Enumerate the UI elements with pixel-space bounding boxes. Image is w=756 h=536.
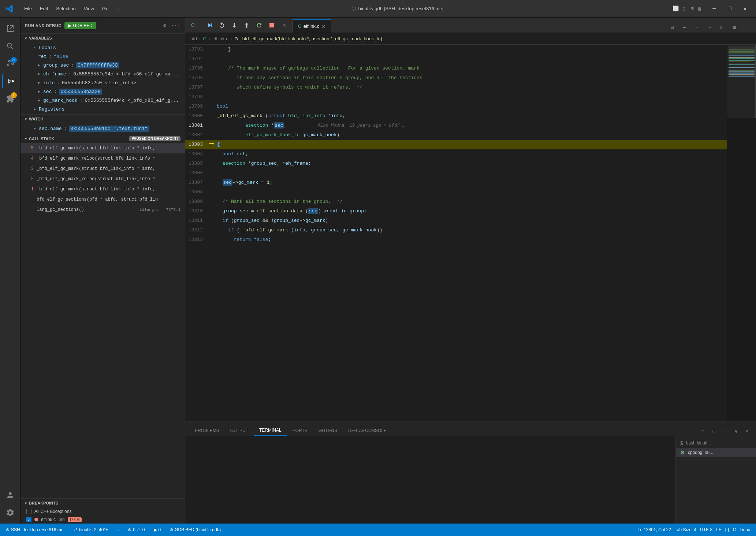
line-content-13804: bool ret; [215, 149, 727, 159]
terminal-main[interactable] [185, 436, 675, 524]
status-gdb[interactable]: ⊗ GDB BFD (binutils-gdb) [168, 527, 222, 532]
status-position[interactable]: Ln 13801, Col 22 [636, 527, 672, 532]
breakpoints-chevron: ▾ [25, 501, 27, 505]
status-branch[interactable]: ⎇ binutils-2_40*+ [71, 527, 109, 532]
stack-frame-3[interactable]: 3 _bfd_elf_gc_mark(struct bfd_link_info … [21, 164, 185, 174]
callstack-chevron: ▾ [25, 137, 27, 141]
terminal-menu-btn[interactable]: ··· [720, 426, 730, 436]
step-over-btn[interactable] [216, 20, 227, 31]
restart-btn[interactable] [254, 20, 265, 31]
stack-frame-lang[interactable]: lang_gc_sections() ldlang.c 7677:1 [21, 205, 185, 215]
breadcrumb-file[interactable]: elflink.c [212, 36, 228, 41]
bp-cpp-exceptions[interactable]: All C++ Exceptions [21, 507, 185, 515]
activity-settings[interactable] [2, 505, 18, 521]
activity-extensions[interactable]: 1 [2, 91, 18, 107]
watch-section: ▾ WATCH ▶ sec.name : 0x5555558b91dc ".te… [21, 115, 185, 134]
menu-selection[interactable]: Selection [52, 4, 79, 13]
continue-btn[interactable] [204, 20, 215, 31]
cpp-exceptions-checkbox[interactable] [26, 509, 31, 514]
step-into-btn[interactable] [229, 20, 240, 31]
nav-fwd-btn[interactable]: → [704, 22, 715, 33]
layout-btn-2[interactable]: ⬚ [682, 4, 688, 13]
tab-gitlens[interactable]: GITLENS [313, 426, 342, 436]
var-ret[interactable]: ret : false [21, 52, 185, 61]
status-encoding[interactable]: UTF-8 [699, 527, 714, 532]
maximize-button[interactable]: □ [723, 2, 736, 15]
code-editor[interactable]: 13793 } 13794 13795 /* The mark phase of… [185, 45, 727, 421]
tab-close-btn[interactable]: ✕ [321, 23, 326, 29]
open-changes-btn[interactable]: ▷ [716, 22, 727, 33]
status-debug[interactable]: ▶ 0 [152, 527, 163, 532]
status-errors[interactable]: ⊗ 0 ⚠ 0 [126, 527, 146, 532]
status-remote[interactable]: ⊗ SSH: desktop.reset816.me [4, 527, 65, 532]
elflink-checkbox[interactable]: ✓ [26, 517, 31, 522]
watch-sec-name[interactable]: ▶ sec.name : 0x5555558b91dc ".text.fun1" [21, 124, 185, 133]
activity-explorer[interactable] [2, 21, 18, 37]
var-eh-frame[interactable]: ▶ eh_frame : 0x5555555fe94c <_bfd_x86_el… [21, 70, 185, 78]
tab-elflink[interactable]: C elflink.c ✕ [293, 19, 331, 33]
status-eol[interactable]: LF [715, 527, 723, 532]
close-debug-btn[interactable]: ✕ [279, 20, 290, 31]
lang-indicator[interactable]: C [188, 20, 198, 31]
breakpoints-header[interactable]: ▾ BREAKPOINTS [21, 499, 185, 507]
var-sec[interactable]: ▶ sec : 0x5555558baa28 [21, 87, 185, 96]
terminal-collapse-btn[interactable]: ∧ [731, 426, 741, 436]
status-sync[interactable]: ↕ [115, 527, 120, 532]
layout-btn-3[interactable]: ⊞ [689, 4, 695, 13]
tab-terminal[interactable]: TERMINAL [254, 425, 287, 436]
locals-group[interactable]: ▾ Locals [21, 43, 185, 52]
terminal-split-btn[interactable]: ⊟ [709, 426, 719, 436]
activity-source-control[interactable]: 71 [2, 56, 18, 72]
add-terminal-btn[interactable]: + [698, 426, 708, 436]
activity-run-debug[interactable] [2, 73, 18, 89]
breadcrumb-symbol[interactable]: ⊙ _bfd_elf_gc_mark(bfd_link_info *, asec… [234, 36, 382, 41]
activity-account[interactable] [2, 487, 18, 503]
nav-back-btn[interactable]: ← [692, 22, 703, 33]
split-editor-btn[interactable]: ⊟ [667, 22, 678, 33]
menu-more[interactable]: ··· [113, 4, 124, 13]
stack-frame-2[interactable]: 2 _bfd_elf_gc_mark_reloc(struct bfd_link… [21, 174, 185, 184]
var-group-sec[interactable]: ▶ group_sec : 0x7ffffffffe30 [21, 61, 185, 70]
status-format[interactable]: { } [723, 527, 730, 532]
editor-menu-btn[interactable]: ⋯ [679, 22, 690, 33]
watch-header[interactable]: ▾ WATCH [21, 115, 185, 123]
registers-group[interactable]: ▶ Registers [21, 105, 185, 113]
tab-problems[interactable]: PROBLEMS [190, 426, 224, 436]
stop-btn[interactable] [266, 20, 277, 31]
stack-frame-5[interactable]: 5 _bfd_elf_gc_mark(struct bfd_link_info … [21, 143, 185, 153]
bp-elflink[interactable]: ✓ elflink.c bfd 13803 [21, 515, 185, 524]
tab-ports[interactable]: PORTS [287, 426, 313, 436]
menu-view[interactable]: View [80, 4, 98, 13]
menu-edit[interactable]: Edit [36, 4, 52, 13]
status-os[interactable]: Linux [738, 527, 752, 532]
var-info[interactable]: ▶ info : 0x55555582c2c0 <link_info> [21, 78, 185, 87]
layout-btn-1[interactable]: ⬜ [671, 4, 680, 13]
close-button[interactable]: ✕ [738, 2, 752, 15]
more-actions-btn[interactable]: ··· [741, 22, 752, 33]
terminal-cppdbg[interactable]: ⚙ cppdbg: ld-... [676, 448, 756, 457]
status-lang[interactable]: C [731, 527, 738, 532]
var-gc-mark-hook[interactable]: ▶ gc_mark_hook : 0x5555555fe94c <_bfd_x8… [21, 96, 185, 105]
debug-more-btn[interactable]: ··· [171, 21, 180, 30]
run-button[interactable]: ▶ GDB BFD [64, 22, 96, 29]
stack-frame-1[interactable]: 1 _bfd_elf_gc_mark(struct bfd_link_info … [21, 184, 185, 194]
status-gdb-text: GDB BFD (binutils-gdb) [175, 527, 221, 532]
minimap-btn[interactable]: ▦ [729, 22, 740, 33]
step-out-btn[interactable] [241, 20, 252, 31]
stack-frame-4[interactable]: 4 _bfd_elf_gc_mark_reloc(struct bfd_link… [21, 153, 185, 164]
activity-search[interactable] [2, 38, 18, 54]
breadcrumb-bfd[interactable]: bfd [190, 36, 197, 41]
terminal-bash[interactable]: $ bash binutl... [676, 438, 756, 448]
stack-frame-gc-sections[interactable]: bfd_elf_gc_sections(bfd * abfd, struct b… [21, 194, 185, 205]
call-stack-header[interactable]: ▾ CALL STACK Paused on breakpoint [21, 134, 185, 143]
menu-go[interactable]: Go [98, 4, 112, 13]
menu-file[interactable]: File [21, 4, 36, 13]
debug-settings-btn[interactable]: ⚙ [160, 21, 170, 30]
minimize-button[interactable]: ─ [708, 2, 721, 15]
variables-header[interactable]: ▾ VARIABLES [21, 34, 185, 42]
terminal-close-btn[interactable]: ✕ [742, 426, 752, 436]
tab-output[interactable]: OUTPUT [225, 426, 253, 436]
status-tabsize[interactable]: Tab Size: 4 [673, 527, 698, 532]
layout-btn-4[interactable]: ▦ [697, 4, 703, 13]
tab-debug-console[interactable]: DEBUG CONSOLE [343, 426, 392, 436]
